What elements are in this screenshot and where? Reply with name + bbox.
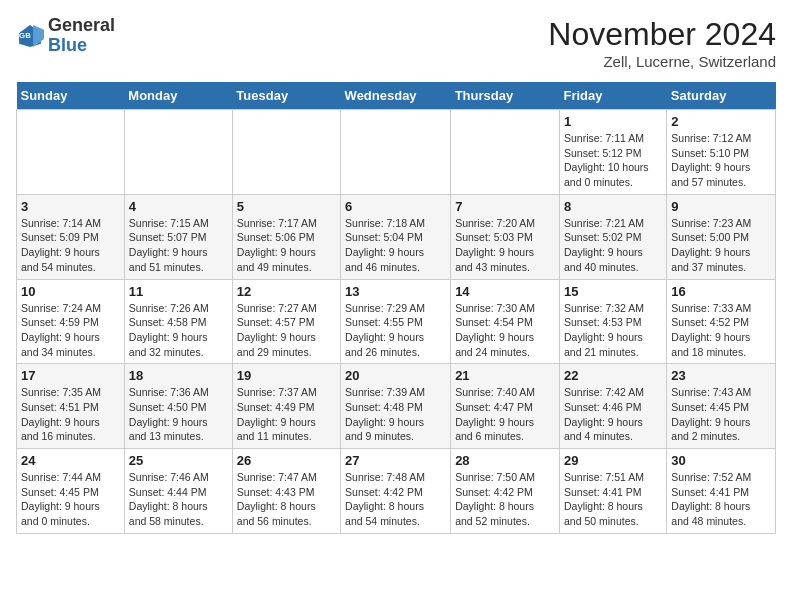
day-number: 3 <box>21 199 120 214</box>
day-info: Sunrise: 7:15 AM Sunset: 5:07 PM Dayligh… <box>129 216 228 275</box>
day-number: 14 <box>455 284 555 299</box>
logo: GB General Blue <box>16 16 115 56</box>
day-info: Sunrise: 7:51 AM Sunset: 4:41 PM Dayligh… <box>564 470 662 529</box>
day-cell: 13Sunrise: 7:29 AM Sunset: 4:55 PM Dayli… <box>341 279 451 364</box>
day-number: 29 <box>564 453 662 468</box>
day-number: 22 <box>564 368 662 383</box>
day-number: 9 <box>671 199 771 214</box>
day-cell: 22Sunrise: 7:42 AM Sunset: 4:46 PM Dayli… <box>559 364 666 449</box>
day-number: 20 <box>345 368 446 383</box>
day-cell: 11Sunrise: 7:26 AM Sunset: 4:58 PM Dayli… <box>124 279 232 364</box>
col-header-tuesday: Tuesday <box>232 82 340 110</box>
day-number: 25 <box>129 453 228 468</box>
day-number: 19 <box>237 368 336 383</box>
day-cell: 3Sunrise: 7:14 AM Sunset: 5:09 PM Daylig… <box>17 194 125 279</box>
day-cell: 19Sunrise: 7:37 AM Sunset: 4:49 PM Dayli… <box>232 364 340 449</box>
day-cell: 1Sunrise: 7:11 AM Sunset: 5:12 PM Daylig… <box>559 110 666 195</box>
header-row: SundayMondayTuesdayWednesdayThursdayFrid… <box>17 82 776 110</box>
day-info: Sunrise: 7:14 AM Sunset: 5:09 PM Dayligh… <box>21 216 120 275</box>
day-cell: 21Sunrise: 7:40 AM Sunset: 4:47 PM Dayli… <box>451 364 560 449</box>
day-number: 10 <box>21 284 120 299</box>
logo-general: General <box>48 15 115 35</box>
day-info: Sunrise: 7:44 AM Sunset: 4:45 PM Dayligh… <box>21 470 120 529</box>
day-info: Sunrise: 7:11 AM Sunset: 5:12 PM Dayligh… <box>564 131 662 190</box>
logo-icon: GB <box>16 22 44 50</box>
day-info: Sunrise: 7:40 AM Sunset: 4:47 PM Dayligh… <box>455 385 555 444</box>
day-number: 5 <box>237 199 336 214</box>
day-cell: 15Sunrise: 7:32 AM Sunset: 4:53 PM Dayli… <box>559 279 666 364</box>
week-row-3: 10Sunrise: 7:24 AM Sunset: 4:59 PM Dayli… <box>17 279 776 364</box>
day-info: Sunrise: 7:20 AM Sunset: 5:03 PM Dayligh… <box>455 216 555 275</box>
day-number: 21 <box>455 368 555 383</box>
day-cell: 27Sunrise: 7:48 AM Sunset: 4:42 PM Dayli… <box>341 449 451 534</box>
day-number: 4 <box>129 199 228 214</box>
logo-blue: Blue <box>48 35 87 55</box>
day-info: Sunrise: 7:23 AM Sunset: 5:00 PM Dayligh… <box>671 216 771 275</box>
day-number: 12 <box>237 284 336 299</box>
day-info: Sunrise: 7:39 AM Sunset: 4:48 PM Dayligh… <box>345 385 446 444</box>
day-number: 7 <box>455 199 555 214</box>
week-row-1: 1Sunrise: 7:11 AM Sunset: 5:12 PM Daylig… <box>17 110 776 195</box>
calendar-table: SundayMondayTuesdayWednesdayThursdayFrid… <box>16 82 776 534</box>
day-cell: 4Sunrise: 7:15 AM Sunset: 5:07 PM Daylig… <box>124 194 232 279</box>
day-number: 11 <box>129 284 228 299</box>
col-header-sunday: Sunday <box>17 82 125 110</box>
day-cell: 26Sunrise: 7:47 AM Sunset: 4:43 PM Dayli… <box>232 449 340 534</box>
day-number: 13 <box>345 284 446 299</box>
day-cell: 2Sunrise: 7:12 AM Sunset: 5:10 PM Daylig… <box>667 110 776 195</box>
day-info: Sunrise: 7:24 AM Sunset: 4:59 PM Dayligh… <box>21 301 120 360</box>
day-cell: 12Sunrise: 7:27 AM Sunset: 4:57 PM Dayli… <box>232 279 340 364</box>
day-number: 8 <box>564 199 662 214</box>
day-number: 18 <box>129 368 228 383</box>
day-cell <box>124 110 232 195</box>
day-number: 6 <box>345 199 446 214</box>
col-header-thursday: Thursday <box>451 82 560 110</box>
day-cell: 17Sunrise: 7:35 AM Sunset: 4:51 PM Dayli… <box>17 364 125 449</box>
svg-text:GB: GB <box>19 30 31 39</box>
day-info: Sunrise: 7:21 AM Sunset: 5:02 PM Dayligh… <box>564 216 662 275</box>
title-area: November 2024 Zell, Lucerne, Switzerland <box>548 16 776 70</box>
day-number: 1 <box>564 114 662 129</box>
day-info: Sunrise: 7:33 AM Sunset: 4:52 PM Dayligh… <box>671 301 771 360</box>
day-cell: 30Sunrise: 7:52 AM Sunset: 4:41 PM Dayli… <box>667 449 776 534</box>
col-header-monday: Monday <box>124 82 232 110</box>
day-number: 26 <box>237 453 336 468</box>
day-number: 23 <box>671 368 771 383</box>
day-number: 2 <box>671 114 771 129</box>
day-cell: 9Sunrise: 7:23 AM Sunset: 5:00 PM Daylig… <box>667 194 776 279</box>
day-info: Sunrise: 7:48 AM Sunset: 4:42 PM Dayligh… <box>345 470 446 529</box>
day-info: Sunrise: 7:43 AM Sunset: 4:45 PM Dayligh… <box>671 385 771 444</box>
day-info: Sunrise: 7:42 AM Sunset: 4:46 PM Dayligh… <box>564 385 662 444</box>
day-cell: 6Sunrise: 7:18 AM Sunset: 5:04 PM Daylig… <box>341 194 451 279</box>
day-cell: 23Sunrise: 7:43 AM Sunset: 4:45 PM Dayli… <box>667 364 776 449</box>
col-header-wednesday: Wednesday <box>341 82 451 110</box>
col-header-friday: Friday <box>559 82 666 110</box>
day-cell: 29Sunrise: 7:51 AM Sunset: 4:41 PM Dayli… <box>559 449 666 534</box>
week-row-2: 3Sunrise: 7:14 AM Sunset: 5:09 PM Daylig… <box>17 194 776 279</box>
day-info: Sunrise: 7:50 AM Sunset: 4:42 PM Dayligh… <box>455 470 555 529</box>
day-info: Sunrise: 7:27 AM Sunset: 4:57 PM Dayligh… <box>237 301 336 360</box>
day-cell: 18Sunrise: 7:36 AM Sunset: 4:50 PM Dayli… <box>124 364 232 449</box>
day-cell: 10Sunrise: 7:24 AM Sunset: 4:59 PM Dayli… <box>17 279 125 364</box>
day-info: Sunrise: 7:12 AM Sunset: 5:10 PM Dayligh… <box>671 131 771 190</box>
day-info: Sunrise: 7:46 AM Sunset: 4:44 PM Dayligh… <box>129 470 228 529</box>
week-row-5: 24Sunrise: 7:44 AM Sunset: 4:45 PM Dayli… <box>17 449 776 534</box>
day-number: 24 <box>21 453 120 468</box>
day-cell: 24Sunrise: 7:44 AM Sunset: 4:45 PM Dayli… <box>17 449 125 534</box>
day-cell: 25Sunrise: 7:46 AM Sunset: 4:44 PM Dayli… <box>124 449 232 534</box>
day-cell <box>17 110 125 195</box>
day-cell: 16Sunrise: 7:33 AM Sunset: 4:52 PM Dayli… <box>667 279 776 364</box>
day-cell: 20Sunrise: 7:39 AM Sunset: 4:48 PM Dayli… <box>341 364 451 449</box>
day-info: Sunrise: 7:30 AM Sunset: 4:54 PM Dayligh… <box>455 301 555 360</box>
logo-text: General Blue <box>48 16 115 56</box>
day-cell <box>451 110 560 195</box>
day-cell: 28Sunrise: 7:50 AM Sunset: 4:42 PM Dayli… <box>451 449 560 534</box>
day-cell <box>341 110 451 195</box>
day-info: Sunrise: 7:37 AM Sunset: 4:49 PM Dayligh… <box>237 385 336 444</box>
day-info: Sunrise: 7:26 AM Sunset: 4:58 PM Dayligh… <box>129 301 228 360</box>
month-title: November 2024 <box>548 16 776 53</box>
day-info: Sunrise: 7:29 AM Sunset: 4:55 PM Dayligh… <box>345 301 446 360</box>
day-info: Sunrise: 7:18 AM Sunset: 5:04 PM Dayligh… <box>345 216 446 275</box>
day-number: 27 <box>345 453 446 468</box>
day-number: 30 <box>671 453 771 468</box>
